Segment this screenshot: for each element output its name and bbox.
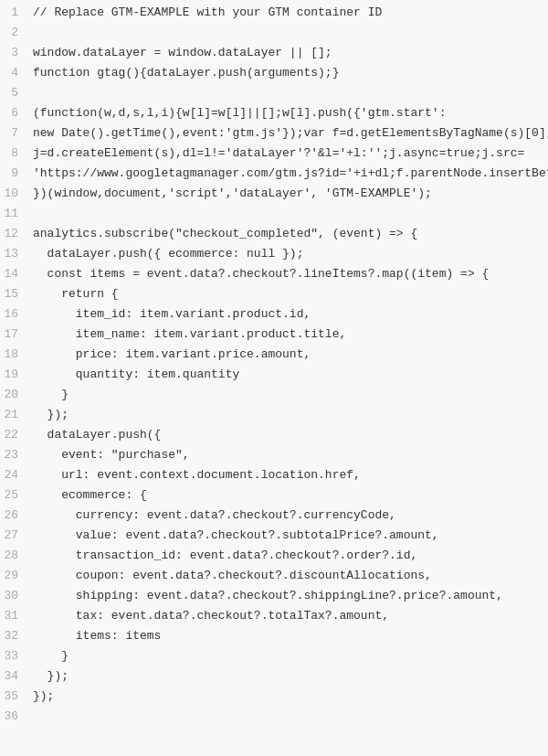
code-line: 33 } bbox=[0, 647, 548, 667]
code-line: 18 price: item.variant.price.amount, bbox=[0, 346, 548, 366]
line-number: 35 bbox=[0, 687, 26, 707]
code-line: 28 transaction_id: event.data?.checkout?… bbox=[0, 547, 548, 567]
code-line: 32 items: items bbox=[0, 627, 548, 647]
code-line: 31 tax: event.data?.checkout?.totalTax?.… bbox=[0, 607, 548, 627]
line-number: 29 bbox=[0, 567, 26, 586]
line-number: 3 bbox=[0, 44, 26, 63]
line-number: 26 bbox=[0, 506, 26, 526]
code-line: 7new Date().getTime(),event:'gtm.js'});v… bbox=[0, 124, 548, 144]
line-content: currency: event.data?.checkout?.currency… bbox=[26, 506, 548, 526]
line-number: 23 bbox=[0, 446, 26, 465]
code-line: 25 ecommerce: { bbox=[0, 486, 548, 506]
line-number: 10 bbox=[0, 185, 26, 204]
line-content: analytics.subscribe("checkout_completed"… bbox=[26, 225, 548, 244]
line-number: 22 bbox=[0, 426, 26, 445]
code-line: 11 bbox=[0, 205, 548, 225]
line-number: 36 bbox=[0, 708, 26, 727]
line-content: shipping: event.data?.checkout?.shipping… bbox=[26, 587, 548, 606]
code-line: 16 item_id: item.variant.product.id, bbox=[0, 305, 548, 325]
line-content: }); bbox=[26, 406, 548, 425]
code-line: 24 url: event.context.document.location.… bbox=[0, 466, 548, 486]
code-line: 36 bbox=[0, 708, 548, 728]
line-number: 14 bbox=[0, 265, 26, 284]
line-content: }); bbox=[26, 667, 548, 687]
line-number: 15 bbox=[0, 285, 26, 304]
line-content: item_id: item.variant.product.id, bbox=[26, 305, 548, 325]
line-content: function gtag(){dataLayer.push(arguments… bbox=[26, 64, 548, 83]
line-content: item_name: item.variant.product.title, bbox=[26, 325, 548, 345]
line-content: })(window,document,'script','dataLayer',… bbox=[26, 185, 548, 204]
line-number: 4 bbox=[0, 64, 26, 83]
line-content: dataLayer.push({ ecommerce: null }); bbox=[26, 245, 548, 264]
line-number: 27 bbox=[0, 527, 26, 546]
line-number: 30 bbox=[0, 587, 26, 606]
line-number: 2 bbox=[0, 24, 26, 43]
line-content: return { bbox=[26, 285, 548, 304]
code-line: 1// Replace GTM-EXAMPLE with your GTM co… bbox=[0, 4, 548, 24]
code-line: 35}); bbox=[0, 687, 548, 708]
line-number: 1 bbox=[0, 4, 26, 23]
line-content: ecommerce: { bbox=[26, 486, 548, 506]
line-number: 7 bbox=[0, 124, 26, 144]
line-content: items: items bbox=[26, 627, 548, 646]
line-content: 'https://www.googletagmanager.com/gtm.js… bbox=[26, 165, 548, 184]
line-number: 28 bbox=[0, 547, 26, 566]
line-content: price: item.variant.price.amount, bbox=[26, 346, 548, 365]
line-content: const items = event.data?.checkout?.line… bbox=[26, 265, 548, 284]
code-line: 6(function(w,d,s,l,i){w[l]=w[l]||[];w[l]… bbox=[0, 104, 548, 124]
line-content: } bbox=[26, 386, 548, 405]
line-content: // Replace GTM-EXAMPLE with your GTM con… bbox=[26, 4, 548, 23]
code-line: 23 event: "purchase", bbox=[0, 446, 548, 466]
code-editor: 1// Replace GTM-EXAMPLE with your GTM co… bbox=[0, 0, 548, 756]
line-content: dataLayer.push({ bbox=[26, 426, 548, 445]
line-number: 32 bbox=[0, 627, 26, 646]
line-number: 13 bbox=[0, 245, 26, 264]
line-number: 8 bbox=[0, 144, 26, 164]
line-number: 9 bbox=[0, 165, 26, 184]
code-line: 2 bbox=[0, 24, 548, 44]
code-line: 21 }); bbox=[0, 406, 548, 426]
code-line: 13 dataLayer.push({ ecommerce: null }); bbox=[0, 245, 548, 265]
code-line: 29 coupon: event.data?.checkout?.discoun… bbox=[0, 567, 548, 587]
line-number: 24 bbox=[0, 466, 26, 485]
line-content: event: "purchase", bbox=[26, 446, 548, 465]
code-line: 30 shipping: event.data?.checkout?.shipp… bbox=[0, 587, 548, 607]
line-number: 18 bbox=[0, 346, 26, 365]
line-content: coupon: event.data?.checkout?.discountAl… bbox=[26, 567, 548, 586]
line-number: 19 bbox=[0, 366, 26, 385]
line-content: transaction_id: event.data?.checkout?.or… bbox=[26, 547, 548, 566]
code-line: 15 return { bbox=[0, 285, 548, 305]
code-line: 19 quantity: item.quantity bbox=[0, 366, 548, 386]
line-number: 20 bbox=[0, 386, 26, 405]
code-line: 22 dataLayer.push({ bbox=[0, 426, 548, 446]
line-number: 25 bbox=[0, 486, 26, 506]
code-line: 20 } bbox=[0, 386, 548, 406]
code-line: 17 item_name: item.variant.product.title… bbox=[0, 325, 548, 346]
line-content: }); bbox=[26, 687, 548, 707]
line-number: 34 bbox=[0, 667, 26, 687]
code-line: 27 value: event.data?.checkout?.subtotal… bbox=[0, 527, 548, 547]
code-line: 4function gtag(){dataLayer.push(argument… bbox=[0, 64, 548, 84]
line-number: 31 bbox=[0, 607, 26, 626]
code-line: 10})(window,document,'script','dataLayer… bbox=[0, 185, 548, 205]
line-number: 21 bbox=[0, 406, 26, 425]
line-number: 11 bbox=[0, 205, 26, 224]
code-line: 3window.dataLayer = window.dataLayer || … bbox=[0, 44, 548, 64]
line-number: 12 bbox=[0, 225, 26, 244]
line-content: } bbox=[26, 647, 548, 666]
line-content: window.dataLayer = window.dataLayer || [… bbox=[26, 44, 548, 63]
line-number: 17 bbox=[0, 325, 26, 345]
line-content: value: event.data?.checkout?.subtotalPri… bbox=[26, 527, 548, 546]
code-line: 9'https://www.googletagmanager.com/gtm.j… bbox=[0, 165, 548, 185]
line-content: url: event.context.document.location.hre… bbox=[26, 466, 548, 485]
line-number: 5 bbox=[0, 84, 26, 103]
line-number: 16 bbox=[0, 305, 26, 325]
code-line: 5 bbox=[0, 84, 548, 104]
line-content: (function(w,d,s,l,i){w[l]=w[l]||[];w[l].… bbox=[26, 104, 548, 123]
line-content: quantity: item.quantity bbox=[26, 366, 548, 385]
code-line: 14 const items = event.data?.checkout?.l… bbox=[0, 265, 548, 285]
code-line: 8j=d.createElement(s),dl=l!='dataLayer'?… bbox=[0, 144, 548, 165]
line-number: 6 bbox=[0, 104, 26, 123]
code-line: 12analytics.subscribe("checkout_complete… bbox=[0, 225, 548, 245]
line-content: j=d.createElement(s),dl=l!='dataLayer'?'… bbox=[26, 144, 548, 164]
